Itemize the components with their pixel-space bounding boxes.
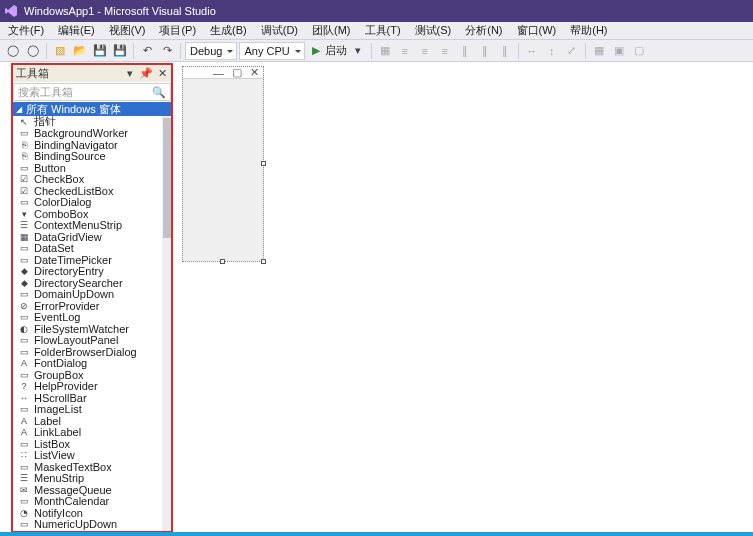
toolbox-item[interactable]: ▭GroupBox: [12, 369, 172, 381]
toolbox-item[interactable]: AFontDialog: [12, 358, 172, 370]
panel-dropdown-icon[interactable]: ▾: [124, 67, 136, 79]
nav-back-icon[interactable]: ◯: [4, 42, 22, 60]
toolbox-item[interactable]: ☰MenuStrip: [12, 473, 172, 485]
pin-icon[interactable]: 📌: [140, 67, 152, 79]
undo-icon[interactable]: ↶: [138, 42, 156, 60]
toolbox-item[interactable]: ALinkLabel: [12, 427, 172, 439]
toolbox-item[interactable]: ▭Button: [12, 162, 172, 174]
redo-icon[interactable]: ↷: [158, 42, 176, 60]
separator: [371, 43, 372, 59]
form-title-bar: — ▢ ✕: [183, 67, 263, 79]
workspace: — ▢ ✕ 工具箱 ▾ 📌 ✕ 搜索工具箱 🔍 ◢ 所有 Win: [0, 62, 753, 536]
menu-file[interactable]: 文件(F): [2, 22, 50, 39]
nav-fwd-icon[interactable]: ◯: [24, 42, 42, 60]
menu-tools[interactable]: 工具(T): [359, 22, 407, 39]
menu-project[interactable]: 项目(P): [153, 22, 202, 39]
toolbox-item[interactable]: ↔HScrollBar: [12, 392, 172, 404]
toolbox-item[interactable]: ▭FlowLayoutPanel: [12, 335, 172, 347]
toolbox-item[interactable]: ▦DataGridView: [12, 231, 172, 243]
close-icon[interactable]: ✕: [156, 67, 168, 79]
resize-handle-right[interactable]: [261, 161, 266, 166]
toolbox-item[interactable]: ▭DomainUpDown: [12, 289, 172, 301]
toolbox-item[interactable]: ALabel: [12, 415, 172, 427]
toolbox-item-label: BindingSource: [34, 150, 106, 162]
form-close-icon[interactable]: ✕: [250, 66, 259, 79]
form-min-icon[interactable]: —: [213, 67, 224, 79]
run-label[interactable]: 启动: [325, 43, 347, 58]
toolbox-item[interactable]: ▭EventLog: [12, 312, 172, 324]
toolbox-item[interactable]: ?HelpProvider: [12, 381, 172, 393]
toolbox-item[interactable]: ▭DateTimePicker: [12, 254, 172, 266]
control-icon: ▭: [18, 462, 30, 472]
platform-value: Any CPU: [244, 45, 289, 57]
toolbox-item[interactable]: ▾ComboBox: [12, 208, 172, 220]
toolbox-item[interactable]: ▭BackgroundWorker: [12, 128, 172, 140]
toolbox-item-label: MenuStrip: [34, 472, 84, 484]
menu-team[interactable]: 团队(M): [306, 22, 357, 39]
resize-handle-bottom[interactable]: [220, 259, 225, 264]
save-icon[interactable]: 💾: [91, 42, 109, 60]
toolbox-item[interactable]: ▭ColorDialog: [12, 197, 172, 209]
toolbox-item[interactable]: ◆DirectoryEntry: [12, 266, 172, 278]
menu-window[interactable]: 窗口(W): [511, 22, 563, 39]
toolbox-item[interactable]: ▭ListBox: [12, 438, 172, 450]
form-max-icon[interactable]: ▢: [232, 66, 242, 79]
menu-build[interactable]: 生成(B): [204, 22, 253, 39]
control-icon: ◐: [18, 324, 30, 334]
menu-help[interactable]: 帮助(H): [564, 22, 613, 39]
menu-analyze[interactable]: 分析(N): [459, 22, 508, 39]
toolbox-item[interactable]: ↖指针: [12, 116, 172, 128]
save-all-icon[interactable]: 💾: [111, 42, 129, 60]
separator: [133, 43, 134, 59]
toolbox-header: 工具箱 ▾ 📌 ✕: [12, 64, 172, 82]
control-icon: ▭: [18, 519, 30, 529]
toolbox-item[interactable]: ∷ListView: [12, 450, 172, 462]
toolbox-item[interactable]: ▭MaskedTextBox: [12, 461, 172, 473]
control-icon: ◔: [18, 508, 30, 518]
send-back-icon: ▢: [630, 42, 648, 60]
open-file-icon[interactable]: 📂: [71, 42, 89, 60]
control-icon: ▭: [18, 197, 30, 207]
toolbox-item[interactable]: ▭ImageList: [12, 404, 172, 416]
run-icon[interactable]: ▶: [307, 42, 325, 60]
platform-combo[interactable]: Any CPU: [239, 42, 304, 60]
toolbox-item[interactable]: ◆DirectorySearcher: [12, 277, 172, 289]
config-value: Debug: [190, 45, 222, 57]
control-icon: ✉: [18, 485, 30, 495]
toolbox-item[interactable]: ⎘BindingNavigator: [12, 139, 172, 151]
menu-debug[interactable]: 调试(D): [255, 22, 304, 39]
toolbox-group-header[interactable]: ◢ 所有 Windows 窗体: [12, 102, 172, 116]
toolbox-item-label: BackgroundWorker: [34, 127, 128, 139]
toolbox-item[interactable]: ☑CheckedListBox: [12, 185, 172, 197]
toolbox-item[interactable]: ▭NumericUpDown: [12, 519, 172, 531]
toolbox-item[interactable]: ▭DataSet: [12, 243, 172, 255]
run-dropdown-icon[interactable]: ▾: [349, 42, 367, 60]
menu-test[interactable]: 测试(S): [409, 22, 458, 39]
resize-handle-corner[interactable]: [261, 259, 266, 264]
toolbox-item[interactable]: ⎘BindingSource: [12, 151, 172, 163]
spacing-h-icon: ↔: [523, 42, 541, 60]
toolbox-item-label: CheckedListBox: [34, 185, 114, 197]
toolbox-search[interactable]: 搜索工具箱 🔍: [13, 83, 171, 101]
menu-view[interactable]: 视图(V): [103, 22, 152, 39]
control-icon: ☑: [18, 174, 30, 184]
toolbox-item[interactable]: ▭FolderBrowserDialog: [12, 346, 172, 358]
toolbox-item[interactable]: ◐FileSystemWatcher: [12, 323, 172, 335]
toolbox-item[interactable]: ✉MessageQueue: [12, 484, 172, 496]
toolbox-item-label: ErrorProvider: [34, 300, 99, 312]
toolbox-item[interactable]: ◔NotifyIcon: [12, 507, 172, 519]
toolbox-item-label: DomainUpDown: [34, 288, 114, 300]
control-icon: ▭: [18, 289, 30, 299]
toolbox-item[interactable]: ☰ContextMenuStrip: [12, 220, 172, 232]
menu-edit[interactable]: 编辑(E): [52, 22, 101, 39]
designer-form[interactable]: — ▢ ✕: [182, 66, 264, 262]
window-title: WindowsApp1 - Microsoft Visual Studio: [24, 5, 216, 17]
toolbox-item[interactable]: ☑CheckBox: [12, 174, 172, 186]
toolbox-item-label: EventLog: [34, 311, 80, 323]
form-client-area[interactable]: [183, 79, 263, 261]
new-project-icon[interactable]: ▧: [51, 42, 69, 60]
grid-icon: ▦: [590, 42, 608, 60]
toolbox-item[interactable]: ⊘ErrorProvider: [12, 300, 172, 312]
toolbox-item[interactable]: ▭MonthCalendar: [12, 496, 172, 508]
config-combo[interactable]: Debug: [185, 42, 237, 60]
